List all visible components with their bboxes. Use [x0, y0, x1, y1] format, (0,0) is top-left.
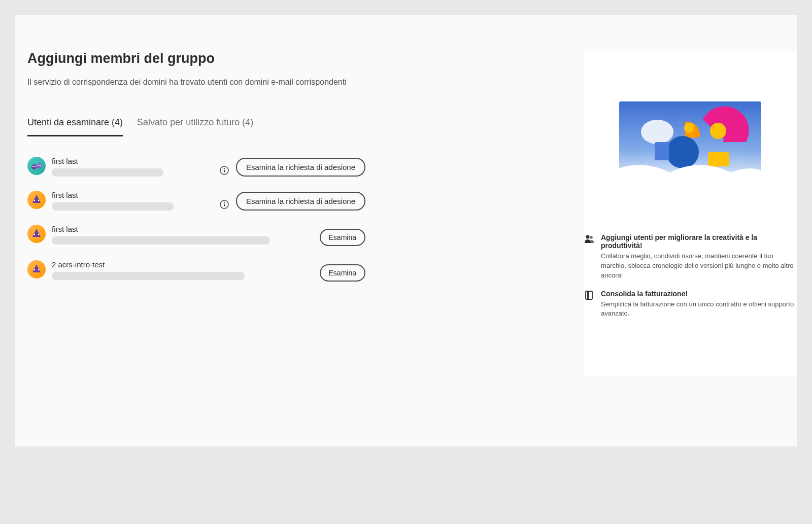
- user-row: 2 acrs-intro-test Esamina: [27, 260, 365, 282]
- svg-rect-31: [586, 291, 592, 299]
- tab-users-to-review[interactable]: Utenti da esaminare (4): [27, 117, 123, 136]
- tab-saved-for-later[interactable]: Salvato per utilizzo futuro (4): [137, 117, 253, 136]
- svg-point-22: [641, 120, 673, 144]
- svg-point-13: [224, 202, 225, 203]
- user-info: 2 acrs-intro-test: [52, 260, 320, 280]
- left-panel: Aggiungi membri del gruppo Il servizio d…: [15, 51, 365, 296]
- svg-point-2: [32, 166, 33, 167]
- document-icon: [584, 290, 595, 301]
- user-row: first last Esamina la richiesta di adesi…: [27, 157, 365, 177]
- user-info: first last: [52, 225, 320, 244]
- svg-rect-14: [224, 204, 225, 206]
- user-email-placeholder: [52, 168, 163, 177]
- svg-point-0: [31, 164, 37, 169]
- svg-point-16: [34, 234, 36, 235]
- page-title: Aggiungi membri del gruppo: [27, 51, 365, 66]
- svg-rect-8: [224, 170, 225, 172]
- svg-rect-32: [587, 291, 589, 299]
- svg-point-3: [35, 166, 36, 167]
- review-button[interactable]: Esamina: [320, 264, 365, 282]
- benefit-row: Consolida la fatturazione! Semplifica la…: [584, 290, 797, 328]
- right-panel: Aggiungi utenti per migliorare la creati…: [584, 51, 797, 375]
- benefit-title: Consolida la fatturazione!: [601, 290, 797, 298]
- user-name: first last: [52, 225, 320, 233]
- info-icon[interactable]: [220, 166, 229, 175]
- user-row: first last Esamina la richiesta di adesi…: [27, 191, 365, 211]
- page-subtitle: Il servizio di corrispondenza dei domini…: [27, 78, 365, 87]
- avatar: [27, 157, 46, 175]
- svg-point-7: [224, 168, 225, 169]
- avatar: [27, 225, 46, 243]
- users-icon: [584, 233, 595, 244]
- review-button[interactable]: Esamina: [320, 229, 365, 246]
- user-row: first last Esamina: [27, 225, 365, 246]
- info-icon[interactable]: [220, 200, 229, 209]
- user-info: first last: [52, 191, 216, 211]
- review-request-button[interactable]: Esamina la richiesta di adesione: [236, 192, 365, 211]
- svg-rect-28: [655, 142, 669, 160]
- user-name: 2 acrs-intro-test: [52, 260, 320, 269]
- review-request-button[interactable]: Esamina la richiesta di adesione: [236, 158, 365, 177]
- svg-point-4: [38, 165, 39, 166]
- svg-point-30: [590, 236, 593, 239]
- svg-point-11: [38, 200, 40, 201]
- user-email-placeholder: [52, 236, 270, 244]
- benefit-desc: Semplifica la fatturazione con un unico …: [601, 300, 797, 319]
- user-name: first last: [52, 157, 216, 165]
- tabs: Utenti da esaminare (4) Salvato per util…: [27, 117, 365, 136]
- svg-rect-26: [708, 152, 729, 166]
- benefit-desc: Collabora meglio, condividi risorse, man…: [601, 252, 797, 281]
- svg-point-5: [40, 165, 41, 166]
- avatar: [27, 260, 46, 278]
- avatar: [27, 191, 46, 209]
- svg-point-24: [684, 123, 694, 133]
- svg-marker-15: [32, 229, 41, 237]
- svg-point-10: [34, 200, 36, 201]
- svg-point-1: [37, 163, 42, 168]
- svg-marker-18: [32, 264, 41, 272]
- svg-point-17: [38, 234, 40, 235]
- hero-illustration: [619, 101, 761, 188]
- svg-marker-9: [32, 195, 41, 203]
- svg-point-29: [586, 235, 590, 239]
- svg-point-19: [34, 269, 36, 271]
- user-email-placeholder: [52, 272, 245, 280]
- user-info: first last: [52, 157, 216, 177]
- user-name: first last: [52, 191, 216, 199]
- benefit-text: Consolida la fatturazione! Semplifica la…: [601, 290, 797, 319]
- user-email-placeholder: [52, 202, 174, 211]
- benefit-title: Aggiungi utenti per migliorare la creati…: [601, 233, 797, 250]
- main-container: Aggiungi membri del gruppo Il servizio d…: [15, 15, 797, 446]
- benefit-text: Aggiungi utenti per migliorare la creati…: [601, 233, 797, 281]
- benefit-row: Aggiungi utenti per migliorare la creati…: [584, 233, 797, 290]
- svg-point-20: [38, 269, 40, 271]
